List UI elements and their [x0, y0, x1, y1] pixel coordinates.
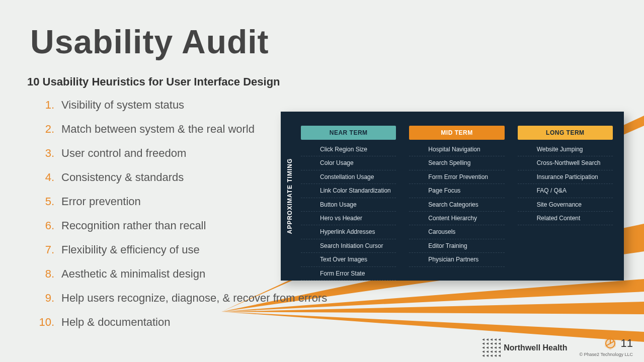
- northwell-logo: Northwell Health: [482, 338, 567, 357]
- column-header: NEAR TERM: [301, 126, 396, 140]
- page-marker: 11 © Phase2 Technology LLC: [579, 336, 633, 357]
- column-item: Insurance Participation: [518, 170, 613, 184]
- list-number: 10.: [35, 316, 54, 329]
- board-column: NEAR TERMClick Region SizeColor UsageCon…: [301, 126, 396, 272]
- board-side-label-text: APPROXIMATE TIMING: [286, 158, 293, 234]
- list-number: 4.: [35, 171, 54, 184]
- board-column: MID TERMHospital NavigationSearch Spelli…: [409, 126, 504, 272]
- slide-footer: Northwell Health 11 © Phase2 Technology …: [482, 336, 633, 357]
- board-column: LONG TERMWebsite JumpingCross-Northwell …: [518, 126, 613, 272]
- column-item: Carousels: [409, 225, 504, 239]
- list-item: 1.Visibility of system status: [35, 99, 337, 112]
- column-item: Hero vs Header: [301, 212, 396, 225]
- column-item: Form Error Prevention: [409, 170, 504, 184]
- column-item: Page Focus: [409, 184, 504, 198]
- column-items: Website JumpingCross-Northwell SearchIns…: [518, 143, 613, 225]
- copyright: © Phase2 Technology LLC: [579, 352, 633, 357]
- list-number: 1.: [35, 99, 54, 112]
- column-item: Cross-Northwell Search: [518, 156, 613, 170]
- list-text: Error prevention: [61, 195, 141, 208]
- timing-board: APPROXIMATE TIMING NEAR TERMClick Region…: [281, 112, 624, 281]
- list-text: Consistency & standards: [61, 171, 184, 184]
- column-header: LONG TERM: [518, 126, 613, 140]
- column-item: Content Hierarchy: [409, 212, 504, 225]
- list-text: Help users recognize, diagnose, & recove…: [61, 292, 327, 305]
- column-item: Search Categories: [409, 198, 504, 212]
- northwell-text: Northwell Health: [504, 343, 567, 352]
- list-text: Match between system & the real world: [61, 123, 255, 136]
- column-item: FAQ / Q&A: [518, 184, 613, 198]
- column-item: Form Error State: [301, 267, 396, 281]
- column-item: Search Spelling: [409, 156, 504, 170]
- column-item: Physician Partners: [409, 253, 504, 266]
- slide-title: Usability Audit: [30, 23, 269, 61]
- column-items: Click Region SizeColor UsageConstellatio…: [301, 143, 396, 281]
- column-header: MID TERM: [409, 126, 504, 140]
- list-number: 7.: [35, 243, 54, 256]
- list-number: 2.: [35, 123, 54, 136]
- column-item: Link Color Standardization: [301, 184, 396, 198]
- list-text: Help & documentation: [61, 316, 170, 329]
- list-number: 5.: [35, 195, 54, 208]
- column-items: Hospital NavigationSearch SpellingForm E…: [409, 143, 504, 267]
- column-item: Hyperlink Addresses: [301, 225, 396, 239]
- column-item: Hospital Navigation: [409, 143, 504, 156]
- column-item: Color Usage: [301, 156, 396, 170]
- column-item: Click Region Size: [301, 143, 396, 156]
- northwell-dots-icon: [482, 338, 501, 357]
- list-text: Recognition rather than recall: [61, 219, 206, 232]
- list-text: Aesthetic & minimalist design: [61, 267, 205, 281]
- column-item: Website Jumping: [518, 143, 613, 156]
- list-text: Visibility of system status: [61, 99, 184, 112]
- board-side-label: APPROXIMATE TIMING: [281, 112, 299, 281]
- list-text: Flexibility & efficiency of use: [61, 243, 200, 256]
- column-item: Editor Training: [409, 239, 504, 253]
- column-item: Button Usage: [301, 198, 396, 212]
- phase2-icon: [603, 336, 618, 351]
- list-item: 9.Help users recognize, diagnose, & reco…: [35, 292, 337, 305]
- list-text: User control and freedom: [61, 147, 186, 160]
- board-columns: NEAR TERMClick Region SizeColor UsageCon…: [299, 112, 624, 281]
- column-item: Site Governance: [518, 198, 613, 212]
- column-item: Related Content: [518, 212, 613, 225]
- list-number: 3.: [35, 147, 54, 160]
- column-item: Constellation Usage: [301, 170, 396, 184]
- column-item: Text Over Images: [301, 253, 396, 266]
- list-number: 6.: [35, 219, 54, 232]
- page-number: 11: [621, 337, 633, 350]
- slide-subtitle: 10 Usability Heuristics for User Interfa…: [27, 75, 280, 88]
- column-item: Search Initiation Cursor: [301, 239, 396, 253]
- list-item: 10.Help & documentation: [35, 316, 337, 329]
- list-number: 9.: [35, 292, 54, 305]
- list-number: 8.: [35, 267, 54, 281]
